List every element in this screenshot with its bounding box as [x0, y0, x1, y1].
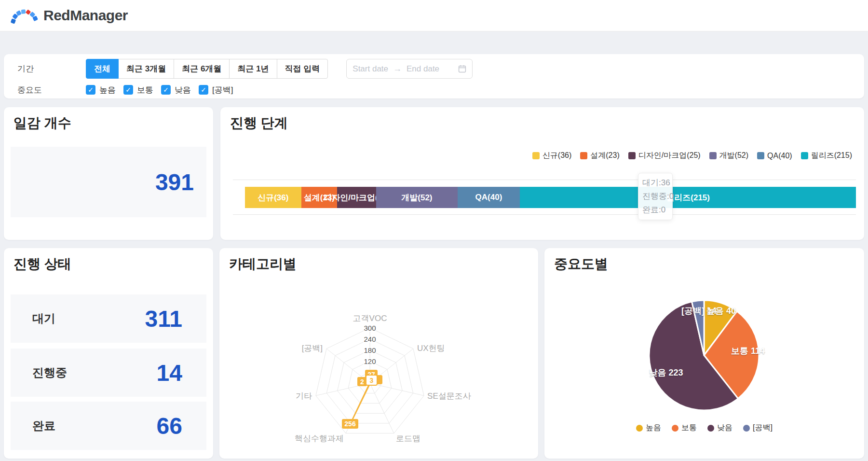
radar-axis-label: 기타: [296, 391, 312, 401]
date-range-input[interactable]: Start date → End date: [346, 59, 473, 79]
stage-legend-item[interactable]: QA(40): [757, 152, 792, 160]
status-value: 66: [157, 413, 182, 439]
status-card: 진행 상태 대기 311 진행중 14 완료 66: [4, 248, 213, 459]
checkbox-label: 낮음: [175, 84, 191, 96]
legend-swatch-icon: [580, 152, 587, 159]
legend-dot-icon: [707, 425, 714, 432]
stage-stacked-bar: 신규(36)설계(23)디자인/마크업(25)개발(52)QA(40)릴리즈(2…: [245, 187, 856, 208]
period-button-group: 전체 최근 3개월 최근 6개월 최근 1년 직접 입력: [86, 59, 328, 79]
checkbox-checked-icon[interactable]: ✓: [86, 85, 95, 95]
checkbox-checked-icon[interactable]: ✓: [161, 85, 171, 95]
legend-swatch-icon: [709, 152, 717, 159]
checkbox-checked-icon[interactable]: ✓: [123, 85, 133, 95]
radar-axis-label: UX헌팅: [417, 344, 445, 353]
stage-bar-segment[interactable]: 신규(36): [245, 187, 301, 208]
importance-checkbox-blank[interactable]: ✓ [공백]: [199, 84, 233, 96]
date-range-arrow-icon: →: [393, 64, 402, 74]
importance-pie-chart: [공백] 14높음 40보통 114낮음 223: [544, 248, 863, 422]
radar-axis-label: SE설문조사: [427, 391, 471, 401]
stage-legend-item[interactable]: 설계(23): [580, 151, 619, 161]
stage-bar-track: 신규(36)설계(23)디자인/마크업(25)개발(52)QA(40)릴리즈(2…: [233, 180, 856, 215]
period-button-all[interactable]: 전체: [86, 59, 119, 79]
pie-slice-label: 낮음 223: [649, 368, 683, 377]
legend-dot-icon: [743, 425, 750, 432]
stage-tooltip: 대기:36 진행중:0 완료:0: [638, 173, 673, 220]
legend-dot-icon: [672, 425, 678, 432]
importance-chart-card: 중요도별 [공백] 14높음 40보통 114낮음 223 높음보통낮음[공백]: [544, 248, 864, 459]
checkbox-label: 보통: [137, 84, 153, 96]
period-button-1year[interactable]: 최근 1년: [229, 59, 277, 79]
tooltip-line: 대기:36: [642, 176, 668, 190]
stage-card: 진행 단계 신규(36)설계(23)디자인/마크업(25)개발(52)QA(40…: [220, 107, 864, 240]
status-row-waiting: 대기 311: [11, 294, 206, 343]
radar-axis-label: [공백]: [302, 344, 323, 353]
stage-legend: 신규(36)설계(23)디자인/마크업(25)개발(52)QA(40)릴리즈(2…: [532, 151, 852, 161]
importance-label: 중요도: [17, 84, 86, 96]
stage-title: 진행 단계: [230, 114, 288, 132]
tooltip-line: 완료:0: [642, 203, 668, 217]
period-label: 기간: [17, 63, 86, 74]
importance-checkbox-group: ✓ 높음 ✓ 보통 ✓ 낮음 ✓ [공백]: [86, 84, 233, 96]
stage-legend-item[interactable]: 디자인/마크업(25): [628, 151, 701, 161]
pie-slice-label: 보통 114: [731, 346, 765, 356]
stage-bar-segment[interactable]: 디자인/마크업(25): [337, 187, 376, 208]
stage-legend-item[interactable]: 개발(52): [709, 151, 748, 161]
redmanager-logo[interactable]: RedManager: [11, 5, 128, 26]
importance-checkbox-medium[interactable]: ✓ 보통: [123, 84, 153, 96]
status-value: 311: [145, 306, 182, 332]
end-date-placeholder[interactable]: End date: [407, 64, 439, 74]
app-header: RedManager: [0, 0, 868, 31]
legend-swatch-icon: [801, 152, 808, 159]
radar-tick-label: 240: [364, 335, 376, 343]
legend-swatch-icon: [757, 152, 764, 159]
legend-dot-icon: [636, 425, 643, 432]
radar-axis-label: 로드맵: [396, 434, 420, 443]
stage-legend-item[interactable]: 신규(36): [532, 151, 571, 161]
legend-swatch-icon: [628, 152, 636, 159]
period-button-custom[interactable]: 직접 입력: [277, 59, 328, 79]
category-card: 카테고리별 고객VOCUX헌팅SE설문조사로드맵핵심수행과제기타[공백]3002…: [219, 248, 538, 459]
pie-legend-item[interactable]: 낮음: [707, 423, 732, 433]
stage-bar-segment[interactable]: QA(40): [458, 187, 520, 208]
stage-legend-item[interactable]: 릴리즈(215): [801, 151, 852, 161]
period-button-3months[interactable]: 최근 3개월: [118, 59, 174, 79]
status-row-done: 완료 66: [11, 402, 206, 450]
tooltip-line: 진행중:0: [642, 190, 668, 203]
status-title: 진행 상태: [14, 255, 71, 273]
filter-bar: 기간 전체 최근 3개월 최근 6개월 최근 1년 직접 입력 Start da…: [4, 54, 864, 98]
status-label: 대기: [32, 311, 55, 326]
radar-point-label: 3: [370, 377, 374, 384]
importance-checkbox-high[interactable]: ✓ 높음: [86, 84, 116, 96]
task-count-box: 391: [11, 147, 206, 217]
task-count-title: 일감 개수: [14, 114, 71, 132]
start-date-placeholder[interactable]: Start date: [353, 64, 388, 74]
status-row-inprogress: 진행중 14: [11, 349, 206, 397]
pie-legend-item[interactable]: [공백]: [743, 423, 773, 433]
redmanager-logo-icon: [11, 5, 39, 26]
checkbox-checked-icon[interactable]: ✓: [199, 85, 208, 95]
importance-filter-row: 중요도 ✓ 높음 ✓ 보통 ✓ 낮음 ✓ [공백]: [17, 83, 864, 97]
importance-checkbox-low[interactable]: ✓ 낮음: [161, 84, 191, 96]
task-count-card: 일감 개수 391: [4, 107, 213, 240]
period-button-6months[interactable]: 최근 6개월: [174, 59, 230, 79]
category-radar-chart: 고객VOCUX헌팅SE설문조사로드맵핵심수행과제기타[공백]3002401801…: [219, 248, 538, 459]
pie-legend-item[interactable]: 보통: [672, 423, 697, 433]
checkbox-label: 높음: [99, 84, 116, 96]
pie-slice-label: 높음 40: [706, 306, 736, 316]
calendar-icon[interactable]: [458, 65, 466, 73]
stage-bar-segment[interactable]: 릴리즈(215): [520, 187, 856, 208]
pie-legend-item[interactable]: 높음: [636, 423, 661, 433]
radar-tick-label: 300: [364, 324, 376, 332]
radar-point-label: 2: [360, 378, 364, 386]
period-filter-row: 기간 전체 최근 3개월 최근 6개월 최근 1년 직접 입력 Start da…: [17, 59, 864, 79]
importance-pie-legend: 높음보통낮음[공백]: [544, 423, 864, 433]
checkbox-label: [공백]: [212, 84, 233, 96]
radar-point-label: 256: [344, 420, 356, 428]
stage-bar-segment[interactable]: 개발(52): [376, 187, 458, 208]
radar-tick-label: 120: [364, 357, 376, 365]
radar-tick-label: 180: [364, 346, 376, 354]
status-label: 진행중: [32, 365, 67, 380]
brand-name: RedManager: [43, 7, 128, 24]
radar-axis-label: 핵심수행과제: [295, 434, 344, 443]
radar-axis-label: 고객VOC: [353, 314, 387, 323]
